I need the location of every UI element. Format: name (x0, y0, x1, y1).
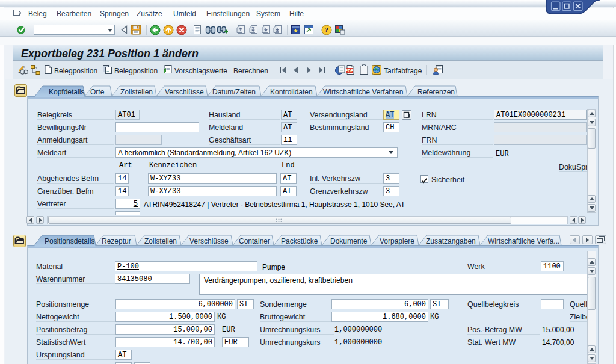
svg-text:Wirtschaftliche Verfahren: Wirtschaftliche Verfahren (323, 88, 403, 96)
svg-text:Kopfdetails: Kopfdetails (49, 88, 84, 96)
svg-text:Orte: Orte (90, 88, 105, 96)
svg-text:Vorpapiere: Vorpapiere (380, 237, 414, 245)
svg-text:Positionsdetails: Positionsdetails (45, 237, 94, 245)
svg-text:Referenzen: Referenzen (417, 88, 455, 96)
svg-text:Zollstellen: Zollstellen (120, 88, 153, 96)
svg-text:Zollstellen: Zollstellen (144, 237, 177, 245)
svg-text:Wirtschaftliche Verfa...: Wirtschaftliche Verfa... (488, 237, 559, 245)
svg-text:Verschlüsse: Verschlüsse (189, 237, 229, 245)
svg-text:Dokumente: Dokumente (330, 237, 368, 245)
svg-text:Verschlüsse: Verschlüsse (165, 88, 204, 96)
svg-text:Zusatzangaben: Zusatzangaben (426, 237, 476, 245)
svg-text:Datum/Zeiten: Datum/Zeiten (212, 88, 256, 96)
svg-text:Container: Container (239, 237, 270, 245)
svg-text:Packstücke: Packstücke (281, 237, 318, 245)
svg-text:PDF: PDF (345, 69, 353, 73)
svg-text:Rezeptur: Rezeptur (102, 237, 131, 245)
svg-text:?: ? (325, 26, 328, 34)
svg-text:Kontrolldaten: Kontrolldaten (270, 88, 313, 96)
